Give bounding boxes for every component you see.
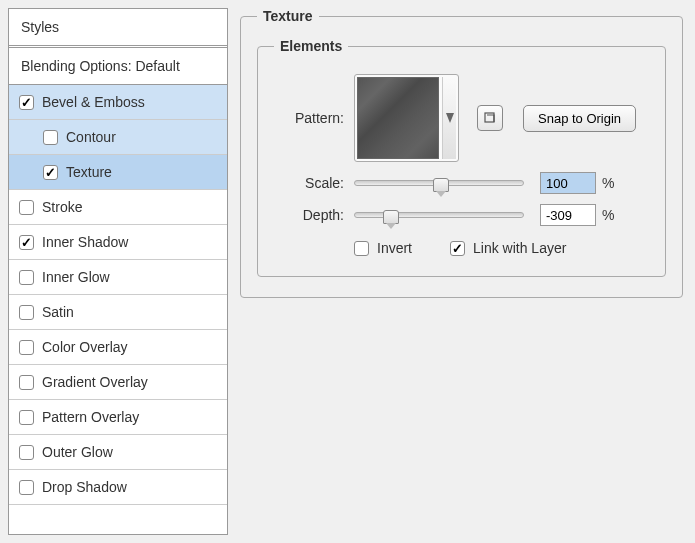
scale-unit: %	[602, 175, 614, 191]
texture-panel: Texture Elements Pattern: Sna	[228, 0, 695, 543]
style-item-label: Texture	[66, 164, 112, 180]
style-item-pattern-overlay[interactable]: Pattern Overlay	[9, 400, 227, 435]
style-item-stroke[interactable]: Stroke	[9, 190, 227, 225]
scale-row: Scale: %	[274, 172, 649, 194]
invert-label: Invert	[377, 240, 412, 256]
style-checkbox[interactable]	[19, 340, 34, 355]
style-checkbox[interactable]	[43, 165, 58, 180]
texture-legend: Texture	[257, 8, 319, 24]
style-checkbox[interactable]	[19, 410, 34, 425]
pattern-dropdown-icon[interactable]	[442, 77, 456, 159]
style-checkbox[interactable]	[19, 200, 34, 215]
style-checkbox[interactable]	[19, 375, 34, 390]
link-with-layer-checkbox[interactable]	[450, 241, 465, 256]
style-item-label: Gradient Overlay	[42, 374, 148, 390]
styles-sidebar: Styles Blending Options: Default Bevel &…	[8, 8, 228, 535]
style-item-outer-glow[interactable]: Outer Glow	[9, 435, 227, 470]
pattern-row: Pattern: Snap to Origin	[274, 74, 649, 162]
pattern-swatch	[357, 77, 439, 159]
depth-unit: %	[602, 207, 614, 223]
snap-to-origin-button[interactable]: Snap to Origin	[523, 105, 636, 132]
depth-input[interactable]	[540, 204, 596, 226]
style-item-color-overlay[interactable]: Color Overlay	[9, 330, 227, 365]
pattern-picker[interactable]	[354, 74, 459, 162]
depth-slider-thumb[interactable]	[383, 210, 399, 224]
depth-row: Depth: %	[274, 204, 649, 226]
link-with-layer-option[interactable]: Link with Layer	[450, 240, 566, 256]
style-item-label: Drop Shadow	[42, 479, 127, 495]
scale-label: Scale:	[274, 175, 344, 191]
sidebar-title: Styles	[9, 9, 227, 48]
style-item-drop-shadow[interactable]: Drop Shadow	[9, 470, 227, 505]
style-item-bevel-emboss[interactable]: Bevel & Emboss	[9, 85, 227, 120]
pattern-label: Pattern:	[274, 110, 344, 126]
scale-slider-thumb[interactable]	[433, 178, 449, 192]
scale-input[interactable]	[540, 172, 596, 194]
style-item-label: Stroke	[42, 199, 82, 215]
style-checkbox[interactable]	[19, 270, 34, 285]
style-item-label: Color Overlay	[42, 339, 128, 355]
style-item-satin[interactable]: Satin	[9, 295, 227, 330]
style-item-label: Pattern Overlay	[42, 409, 139, 425]
elements-legend: Elements	[274, 38, 348, 54]
style-item-label: Outer Glow	[42, 444, 113, 460]
depth-label: Depth:	[274, 207, 344, 223]
style-checkbox[interactable]	[19, 235, 34, 250]
style-item-label: Bevel & Emboss	[42, 94, 145, 110]
svg-rect-0	[485, 113, 494, 122]
scale-slider[interactable]	[354, 180, 524, 186]
texture-fieldset: Texture Elements Pattern: Sna	[240, 8, 683, 298]
style-checkbox[interactable]	[43, 130, 58, 145]
invert-option[interactable]: Invert	[354, 240, 412, 256]
new-preset-button[interactable]	[477, 105, 503, 131]
style-item-inner-shadow[interactable]: Inner Shadow	[9, 225, 227, 260]
style-checkbox[interactable]	[19, 305, 34, 320]
blending-options-header[interactable]: Blending Options: Default	[9, 48, 227, 85]
style-item-texture[interactable]: Texture	[9, 155, 227, 190]
style-item-label: Inner Glow	[42, 269, 110, 285]
depth-slider[interactable]	[354, 212, 524, 218]
new-preset-icon	[483, 111, 497, 125]
style-checkbox[interactable]	[19, 480, 34, 495]
style-item-gradient-overlay[interactable]: Gradient Overlay	[9, 365, 227, 400]
style-item-contour[interactable]: Contour	[9, 120, 227, 155]
style-checkbox[interactable]	[19, 95, 34, 110]
link-with-layer-label: Link with Layer	[473, 240, 566, 256]
invert-checkbox[interactable]	[354, 241, 369, 256]
style-checkbox[interactable]	[19, 445, 34, 460]
style-item-label: Satin	[42, 304, 74, 320]
elements-fieldset: Elements Pattern: Snap to Origin	[257, 38, 666, 277]
style-item-label: Inner Shadow	[42, 234, 128, 250]
options-row: Invert Link with Layer	[274, 240, 649, 256]
style-item-label: Contour	[66, 129, 116, 145]
style-item-inner-glow[interactable]: Inner Glow	[9, 260, 227, 295]
